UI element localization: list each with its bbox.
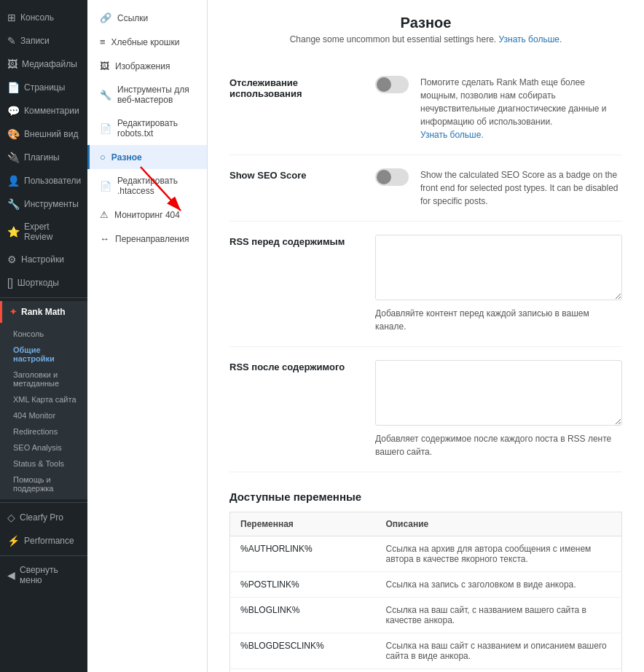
table-row: %FEATUREDIMAGE% Изображение записи. <box>230 669 622 673</box>
secondary-nav: 🔗 Ссылки ≡ Хлебные крошки 🖼 Изображения … <box>87 0 208 672</box>
content-inner: Разное Change some uncommon but essentia… <box>208 0 644 672</box>
sidebar-item-expert-review[interactable]: ⭐ Expert Review <box>0 216 87 248</box>
setting-label-seo-score: Show SEO Score <box>229 168 361 181</box>
submenu-general-settings[interactable]: Общие настройки <box>0 342 87 367</box>
sidebar-item-clearfy[interactable]: ◇ Clearfy Pro <box>0 506 87 529</box>
submenu-help[interactable]: Помощь и поддержка <box>0 472 87 496</box>
robots-icon: 📄 <box>100 123 111 134</box>
submenu-xml-sitemap[interactable]: XML Карта сайта <box>0 391 87 407</box>
submenu-headings[interactable]: Заголовки и метаданные <box>0 367 87 391</box>
var-name: %POSTLINK% <box>230 572 376 598</box>
posts-icon: ✎ <box>7 35 16 47</box>
submenu-status-tools[interactable]: Status & Tools <box>0 456 87 472</box>
expert-icon: ⭐ <box>7 226 20 238</box>
sidebar-item-rank-math[interactable]: ✦ Rank Math <box>0 301 87 323</box>
toggle-tracking[interactable] <box>375 76 409 93</box>
divider3 <box>0 555 87 556</box>
sidebar-collapse[interactable]: ◀ Свернуть меню <box>0 559 87 591</box>
rss-before-textarea[interactable] <box>375 235 622 300</box>
sidebar-item-posts[interactable]: ✎ Записи <box>0 29 87 52</box>
rss-after-textarea[interactable] <box>375 360 622 426</box>
divider <box>0 297 87 298</box>
table-row: %AUTHORLINK% Ссылка на архив для автора … <box>230 536 622 572</box>
setting-label-tracking: Отслеживание использования <box>229 76 361 99</box>
var-name: %AUTHORLINK% <box>230 536 376 572</box>
learn-more-link[interactable]: Узнать больше. <box>499 34 562 44</box>
setting-rss-before: RSS перед содержимым Добавляйте контент … <box>229 222 622 347</box>
rank-math-icon: ✦ <box>9 307 17 317</box>
submenu-redirections[interactable]: Redirections <box>0 423 87 439</box>
page-title: Разное <box>229 15 622 31</box>
sidebar-item-users[interactable]: 👤 Пользователи <box>0 169 87 192</box>
setting-control-seo-score: Show the calculated SEO Score as a badge… <box>375 168 622 208</box>
sidebar-item-console[interactable]: ⊞ Консоль <box>0 6 87 29</box>
redirections-icon: ↔ <box>100 233 109 244</box>
setting-seo-score: Show SEO Score Show the calculated SEO S… <box>229 155 622 222</box>
setting-rss-after: RSS после содержимого Добавляет содержим… <box>229 347 622 472</box>
textarea-wrap-rss-before <box>375 235 622 302</box>
divider2 <box>0 502 87 503</box>
sec-nav-htaccess[interactable]: 📄 Редактировать .htaccess <box>87 169 207 203</box>
var-desc: Ссылка на архив для автора сообщения с и… <box>376 536 622 572</box>
sec-nav-404[interactable]: ⚠ Мониторинг 404 <box>87 203 207 227</box>
appearance-icon: 🎨 <box>7 128 20 140</box>
sec-nav-redirects[interactable]: ↔ Перенаправления <box>87 227 207 251</box>
var-name: %FEATUREDIMAGE% <box>230 669 376 673</box>
users-icon: 👤 <box>7 175 20 187</box>
var-name: %BLOGDESCLINK% <box>230 633 376 669</box>
sec-nav-webmaster[interactable]: 🔧 Инструменты для веб-мастеров <box>87 78 207 112</box>
setting-control-rss-before: Добавляйте контент перед каждой записью … <box>375 235 622 333</box>
sec-nav-links[interactable]: 🔗 Ссылки <box>87 6 207 30</box>
setting-tracking: Отслеживание использования Помогите сдел… <box>229 63 622 155</box>
shortcodes-icon: [] <box>7 277 13 289</box>
textarea-wrap-rss-after <box>375 360 622 428</box>
settings-icon: ⚙ <box>7 254 17 265</box>
breadcrumbs-icon: ≡ <box>100 36 106 47</box>
sidebar-item-plugins[interactable]: 🔌 Плагины <box>0 146 87 169</box>
table-row: %POSTLINK% Ссылка на запись с заголовком… <box>230 572 622 598</box>
images-icon: 🖼 <box>100 60 109 71</box>
dashboard-icon: ⊞ <box>7 12 16 23</box>
media-icon: 🖼 <box>7 58 17 70</box>
col-header-desc: Описание <box>376 512 622 536</box>
comments-icon: 💬 <box>7 105 20 117</box>
setting-control-tracking: Помогите сделать Rank Math еще более мощ… <box>375 76 622 141</box>
submenu-404[interactable]: 404 Monitor <box>0 407 87 423</box>
setting-desc-tracking: Помогите сделать Rank Math еще более мощ… <box>420 76 622 141</box>
table-row: %BLOGLINK% Ссылка на ваш сайт, с названи… <box>230 598 622 633</box>
page-subtitle: Change some uncommon but essential setti… <box>229 34 622 44</box>
var-desc: Ссылка на ваш сайт, с названием вашего с… <box>376 598 622 633</box>
sidebar-item-settings[interactable]: ⚙ Настройки <box>0 248 87 271</box>
toggle-seo-score[interactable] <box>375 168 409 186</box>
sidebar-item-shortcodes[interactable]: [] Шорткоды <box>0 271 87 294</box>
collapse-icon: ◀ <box>7 569 15 581</box>
var-desc: Ссылка на ваш сайт с названием и описани… <box>376 633 622 669</box>
setting-label-rss-before: RSS перед содержимым <box>229 235 361 247</box>
sidebar-item-performance[interactable]: ⚡ Performance <box>0 529 87 552</box>
table-row: %BLOGDESCLINK% Ссылка на ваш сайт с назв… <box>230 633 622 669</box>
submenu-console[interactable]: Консоль <box>0 326 87 342</box>
submenu-seo-analysis[interactable]: SEO Analysis <box>0 439 87 456</box>
sidebar-item-comments[interactable]: 💬 Комментарии <box>0 99 87 122</box>
tools-icon: 🔧 <box>7 198 20 210</box>
sec-nav-breadcrumbs[interactable]: ≡ Хлебные крошки <box>87 30 207 54</box>
misc-icon: ○ <box>100 152 106 163</box>
links-icon: 🔗 <box>100 12 111 23</box>
variables-table: Переменная Описание %AUTHORLINK% Ссылка … <box>229 512 622 672</box>
sec-nav-misc[interactable]: ○ Разное <box>87 145 207 169</box>
var-desc: Ссылка на запись с заголовком в виде анк… <box>376 572 622 598</box>
sidebar-item-media[interactable]: 🖼 Медиафайлы <box>0 52 87 76</box>
wp-sidebar: ⊞ Консоль ✎ Записи 🖼 Медиафайлы 📄 Страни… <box>0 0 87 672</box>
pages-icon: 📄 <box>7 82 20 93</box>
sec-nav-robots[interactable]: 📄 Редактировать robots.txt <box>87 112 207 145</box>
clearfy-icon: ◇ <box>7 512 15 523</box>
tracking-learn-more[interactable]: Узнать больше. <box>420 130 484 140</box>
sidebar-item-appearance[interactable]: 🎨 Внешний вид <box>0 122 87 146</box>
sidebar-item-pages[interactable]: 📄 Страницы <box>0 76 87 99</box>
variables-title: Доступные переменные <box>229 491 622 503</box>
sidebar-item-tools[interactable]: 🔧 Инструменты <box>0 192 87 216</box>
var-name: %BLOGLINK% <box>230 598 376 633</box>
sec-nav-images[interactable]: 🖼 Изображения <box>87 54 207 78</box>
setting-desc-rss-before: Добавляйте контент перед каждой записью … <box>375 307 622 333</box>
variables-section: Доступные переменные Переменная Описание… <box>229 491 622 672</box>
